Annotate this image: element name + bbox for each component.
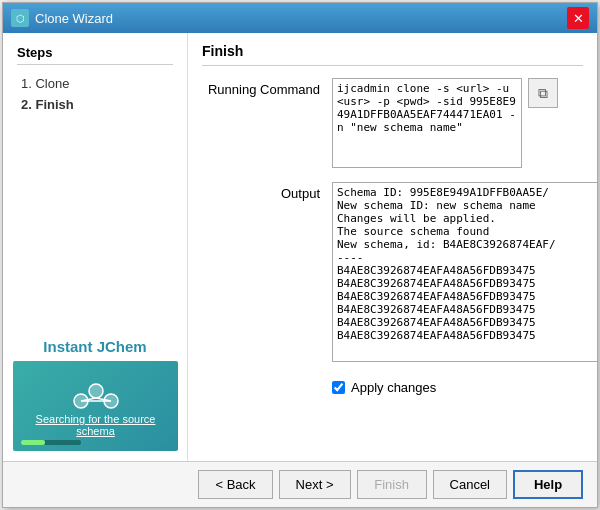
step-1-label: Clone [35, 76, 69, 91]
main-header: Finish [202, 43, 583, 66]
titlebar: ⬡ Clone Wizard ✕ [3, 3, 597, 33]
apply-changes-row: Apply changes [332, 380, 583, 395]
running-command-text: ijcadmin clone -s <url> -u <usr> -p <pwd… [332, 78, 522, 168]
running-command-field: ijcadmin clone -s <url> -u <usr> -p <pwd… [332, 78, 583, 168]
help-button[interactable]: Help [513, 470, 583, 499]
sidebar: Steps 1. Clone 2. Finish Instant JChem [3, 33, 188, 461]
running-command-row: Running Command ijcadmin clone -s <url> … [202, 78, 583, 168]
brand-image: Searching for the source schema [13, 361, 178, 451]
finish-button[interactable]: Finish [357, 470, 427, 499]
output-label: Output [202, 182, 332, 201]
apply-changes-label[interactable]: Apply changes [351, 380, 436, 395]
output-wrapper: Schema ID: 995E8E949A1DFFB0AA5E/New sche… [332, 182, 597, 362]
status-text: Searching for the source schema [21, 413, 170, 437]
output-row: Output Schema ID: 995E8E949A1DFFB0AA5E/N… [202, 182, 583, 362]
apply-changes-checkbox[interactable] [332, 381, 345, 394]
svg-point-0 [89, 384, 103, 398]
step-2-number: 2. [21, 97, 32, 112]
next-button[interactable]: Next > [279, 470, 351, 499]
running-command-label: Running Command [202, 78, 332, 97]
footer: < Back Next > Finish Cancel Help [3, 461, 597, 507]
progress-bar [21, 440, 81, 445]
sidebar-brand: Instant JChem Searching for the source s… [3, 328, 187, 461]
steps-heading: Steps [17, 45, 173, 65]
close-button[interactable]: ✕ [567, 7, 589, 29]
step-2-label: Finish [35, 97, 73, 112]
brand-text: Instant JChem [13, 338, 177, 355]
titlebar-left: ⬡ Clone Wizard [11, 9, 113, 27]
progress-bar-fill [21, 440, 45, 445]
cancel-button[interactable]: Cancel [433, 470, 507, 499]
back-button[interactable]: < Back [198, 470, 272, 499]
window-title: Clone Wizard [35, 11, 113, 26]
steps-panel: Steps 1. Clone 2. Finish [3, 33, 187, 328]
clone-wizard-window: ⬡ Clone Wizard ✕ Steps 1. Clone 2. Finis… [2, 2, 598, 508]
copy-command-button[interactable]: ⧉ [528, 78, 558, 108]
step-clone: 1. Clone [17, 73, 173, 94]
output-text[interactable]: Schema ID: 995E8E949A1DFFB0AA5E/New sche… [332, 182, 597, 362]
main-panel: Finish Running Command ijcadmin clone -s… [188, 33, 597, 461]
content-area: Steps 1. Clone 2. Finish Instant JChem [3, 33, 597, 461]
step-finish: 2. Finish [17, 94, 173, 115]
step-1-number: 1. [21, 76, 32, 91]
app-icon: ⬡ [11, 9, 29, 27]
